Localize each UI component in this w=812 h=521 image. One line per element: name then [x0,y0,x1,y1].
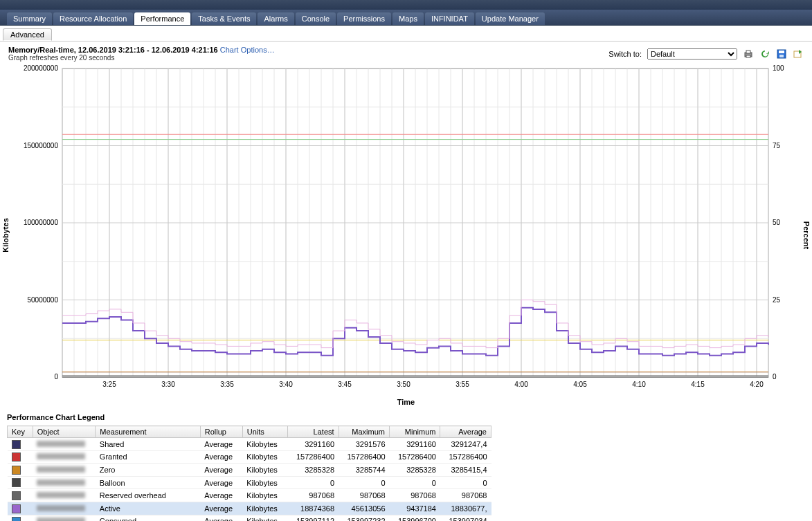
svg-text:50: 50 [773,219,781,226]
svg-text:4:05: 4:05 [573,381,587,388]
col-units: Units [242,426,287,438]
chart-options-link[interactable]: Chart Options… [220,46,275,54]
tab-update-manager[interactable]: Update Manager [476,12,545,25]
svg-text:100000000: 100000000 [24,219,58,226]
tab-infinidat[interactable]: INFINIDAT [425,12,474,25]
svg-text:3:50: 3:50 [397,381,410,388]
switch-to-select[interactable]: Default [647,48,737,60]
print-icon[interactable] [743,48,754,60]
tab-performance[interactable]: Performance [134,12,190,25]
svg-text:4:15: 4:15 [691,381,705,388]
y-axis-left-label: Kilobytes [1,218,10,253]
subtab-advanced[interactable]: Advanced [3,28,52,41]
tab-tasks-events[interactable]: Tasks & Events [192,12,256,25]
tab-console[interactable]: Console [296,12,336,25]
legend-row-granted[interactable]: GrantedAverageKilobytes15728640015728640… [8,450,491,464]
svg-text:3:25: 3:25 [102,381,116,388]
col-key: Key [8,426,33,438]
col-maximum: Maximum [339,426,389,438]
svg-text:3:40: 3:40 [279,381,293,388]
svg-text:50000000: 50000000 [28,296,59,304]
svg-text:3:45: 3:45 [338,381,352,388]
legend-row-shared[interactable]: SharedAverageKilobytes329116032915763291… [8,438,491,451]
col-measurement: Measurement [96,426,200,438]
col-average: Average [440,426,491,438]
col-latest: Latest [288,426,339,438]
legend-row-reserved-overhead[interactable]: Reserved overheadAverageKilobytes9870689… [8,489,491,502]
switch-to-label: Switch to: [608,50,642,58]
legend-row-active[interactable]: ActiveAverageKilobytes188743684561305694… [8,502,491,515]
refresh-note: Graph refreshes every 20 seconds [8,54,275,62]
tab-summary[interactable]: Summary [7,12,52,25]
svg-text:100: 100 [773,64,784,72]
refresh-icon[interactable] [759,48,770,60]
svg-text:25: 25 [773,296,781,304]
legend-row-balloon[interactable]: BalloonAverageKilobytes0000 [8,476,491,489]
chart-title: Memory/Real-time, 12.06.2019 3:21:16 - 1… [8,46,218,54]
tab-resource-allocation[interactable]: Resource Allocation [53,12,133,25]
svg-rect-2 [746,55,750,57]
main-tabs: SummaryResource AllocationPerformanceTas… [0,10,812,26]
svg-text:75: 75 [773,142,781,149]
tab-permissions[interactable]: Permissions [337,12,391,25]
svg-text:3:30: 3:30 [161,381,175,388]
legend-table: KeyObjectMeasurementRollupUnitsLatestMax… [7,426,491,521]
save-icon[interactable] [776,48,787,60]
svg-text:4:20: 4:20 [750,381,764,388]
export-icon[interactable] [793,48,804,60]
x-axis-label: Time [21,398,791,406]
col-minimum: Minimum [390,426,440,438]
tab-maps[interactable]: Maps [393,12,424,25]
svg-rect-1 [746,51,750,53]
svg-text:3:55: 3:55 [455,381,469,388]
svg-text:0: 0 [773,373,777,381]
col-rollup: Rollup [200,426,242,438]
svg-text:3:35: 3:35 [220,381,234,388]
chart-svg: 0500000001000000001500000002000000000255… [21,64,789,396]
performance-chart: Kilobytes Percent 0500000001000000001500… [21,64,791,406]
col-object: Object [33,426,96,438]
svg-rect-4 [779,51,784,53]
svg-text:4:10: 4:10 [632,381,646,388]
svg-text:0: 0 [54,373,58,381]
y-axis-right-label: Percent [802,221,811,249]
svg-rect-5 [779,55,784,57]
legend-title: Performance Chart Legend [7,413,805,421]
legend-row-zero[interactable]: ZeroAverageKilobytes32853283285744328532… [8,464,491,477]
legend-row-consumed[interactable]: ConsumedAverageKilobytes1539971121539972… [8,515,491,521]
svg-text:200000000: 200000000 [24,64,58,72]
tab-alarms[interactable]: Alarms [258,12,294,25]
svg-text:4:00: 4:00 [514,381,528,388]
svg-text:150000000: 150000000 [24,142,58,149]
